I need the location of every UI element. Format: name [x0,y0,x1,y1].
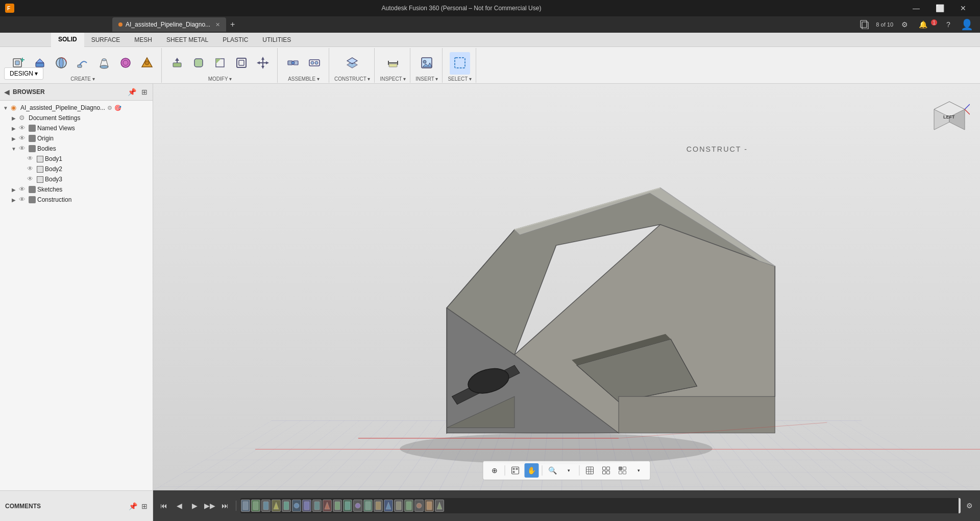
tab-utilities[interactable]: UTILITIES [255,33,298,47]
tab-solid[interactable]: SOLID [51,33,84,47]
tree-item-named-views[interactable]: ▶ 👁 Named Views [0,123,153,133]
timeline-settings-button[interactable]: ⚙ [963,499,976,512]
tab-plastic[interactable]: PLASTIC [215,33,255,47]
timeline-marker-10[interactable] [333,500,342,512]
timeline-marker-16[interactable] [394,500,403,512]
help-button[interactable]: ? [941,17,955,32]
tree-item-bodies[interactable]: ▼ 👁 Bodies [0,144,153,154]
view-options-button[interactable] [616,463,630,478]
comments-expand-button[interactable]: ⊞ [141,502,148,510]
timeline-marker-5[interactable] [282,500,291,512]
comments-pin-button[interactable]: 📌 [129,502,137,510]
svg-point-39 [311,61,314,64]
notifications-button[interactable]: 🔔 [916,17,930,32]
svg-point-17 [121,58,130,67]
svg-marker-9 [36,59,44,63]
display-settings-button[interactable] [599,463,614,478]
timeline-marker-19[interactable] [425,500,434,512]
tree-item-doc-settings[interactable]: ▶ ⚙ Document Settings [0,113,153,123]
timeline-marker-14[interactable] [374,500,383,512]
timeline-marker-15[interactable] [384,500,393,512]
browser-back-button[interactable]: ◀ [4,88,10,96]
new-tab-button[interactable]: + [227,19,238,30]
tab-surface[interactable]: SURFACE [84,33,128,47]
zoom-button[interactable]: 🔍 [546,463,560,478]
timeline-marker-8[interactable] [312,500,322,512]
joint-button[interactable] [283,52,303,75]
view-options-dropdown[interactable]: ▾ [632,463,646,478]
timeline-marker-7[interactable] [302,500,311,512]
motion-link-button[interactable] [304,52,325,75]
loft-button[interactable] [94,52,114,75]
browser-pin-button[interactable]: 📌 [127,87,137,97]
rib-button[interactable] [115,52,136,75]
minimize-button[interactable]: — [904,0,928,16]
timeline-marker-13[interactable] [363,500,373,512]
account-button[interactable]: 👤 [960,17,974,32]
tree-item-body1[interactable]: 👁 Body1 [0,154,153,164]
shell-button[interactable] [231,52,252,75]
select-group-label[interactable]: SELECT ▾ [448,76,472,83]
revolve-button[interactable] [51,52,71,75]
view-cube[interactable]: LEFT [929,94,970,135]
tree-item-origin[interactable]: ▶ 👁 Origin [0,133,153,144]
pan-button[interactable]: ✋ [525,463,539,478]
tree-item-body3[interactable]: 👁 Body3 [0,174,153,184]
tree-item-body2[interactable]: 👁 Body2 [0,164,153,174]
timeline-marker-12[interactable] [353,500,362,512]
measure-button[interactable] [383,52,403,75]
timeline-marker-4[interactable] [272,500,281,512]
insert-canvas-button[interactable] [416,52,437,75]
timeline-marker-17[interactable] [404,500,413,512]
close-button[interactable]: ✕ [951,0,975,16]
select-button[interactable] [450,52,470,75]
create-group-label[interactable]: CREATE ▾ [70,76,95,83]
timeline-marker-18[interactable] [414,500,424,512]
tab-mesh[interactable]: MESH [127,33,159,47]
svg-rect-94 [243,502,248,510]
timeline-marker-9[interactable] [323,500,332,512]
viewport[interactable]: CONSTRUCT - LEFT ⊕ ✋ 🔍 ▾ [153,84,980,490]
user-settings-button[interactable]: ⚙ [897,17,912,32]
fillet-button[interactable] [188,52,209,75]
tree-item-construction[interactable]: ▶ 👁 Construction [0,195,153,205]
sweep-button[interactable] [72,52,93,75]
tree-item-root[interactable]: ▼ ◉ AI_assisted_Pipeline_Diagno... ⚙ 🎯 [0,103,153,113]
inspect-group-label[interactable]: INSPECT ▾ [380,76,406,83]
maximize-button[interactable]: ⬜ [928,0,951,16]
timeline-next-button[interactable]: ▶▶ [203,499,216,512]
grid-visibility-button[interactable] [583,463,597,478]
timeline-marker-20[interactable] [435,500,444,512]
timeline-marker-1[interactable] [241,500,250,512]
browser-expand-button[interactable]: ⊞ [140,87,149,97]
zoom-dropdown-button[interactable]: ▾ [562,463,576,478]
chamfer-button[interactable] [210,52,230,75]
assemble-group-label[interactable]: ASSEMBLE ▾ [288,76,320,83]
move-copy-button[interactable] [253,52,273,75]
construct-group-label[interactable]: CONSTRUCT ▾ [334,76,370,83]
timeline-marker-6[interactable] [292,500,301,512]
snap-button[interactable]: ⊕ [487,463,502,478]
construction-label: Construction [37,196,71,203]
tree-item-sketches[interactable]: ▶ 👁 Sketches [0,184,153,195]
modify-group-label[interactable]: MODIFY ▾ [208,76,232,83]
tab-close-button[interactable]: ✕ [215,21,220,28]
active-tab[interactable]: AI_assisted_Pipeline_Diagno... ✕ [112,17,226,32]
timeline-play-button[interactable]: ▶ [188,499,201,512]
timeline-prev-button[interactable]: ◀ [173,499,186,512]
timeline-marker-11[interactable] [343,500,352,512]
insert-group-label[interactable]: INSERT ▾ [415,76,438,83]
timeline-marker-2[interactable] [251,500,260,512]
design-dropdown-button[interactable]: DESIGN ▾ [4,67,43,80]
tab-sheet-metal[interactable]: SHEET METAL [159,33,215,47]
timeline-last-button[interactable]: ⏭ [218,499,232,512]
offset-plane-button[interactable] [342,52,362,75]
svg-rect-5 [15,61,19,65]
timeline-marker-3[interactable] [261,500,271,512]
timeline-track[interactable] [240,498,961,513]
timeline-first-button[interactable]: ⏮ [157,499,170,512]
svg-rect-78 [513,468,515,470]
press-pull-button[interactable] [167,52,187,75]
create-form-button[interactable] [137,52,157,75]
display-mode-button[interactable] [508,463,523,478]
